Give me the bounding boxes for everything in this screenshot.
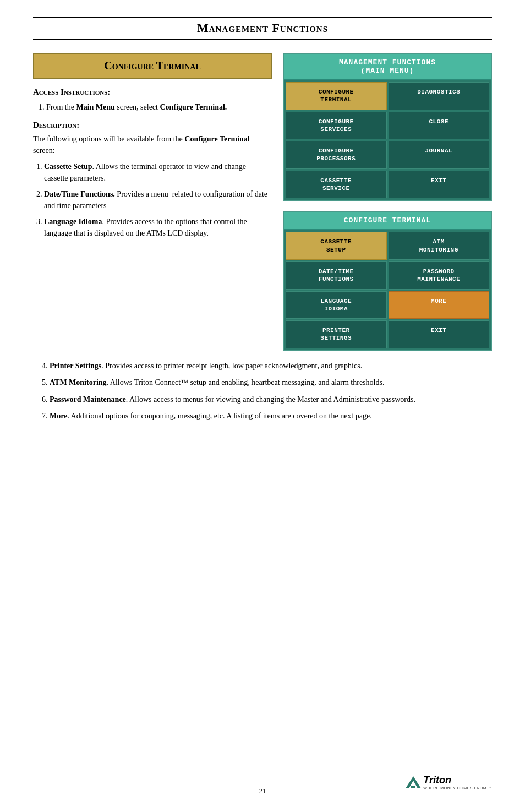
configure-terminal-btn[interactable]: CONFIGURETERMINAL — [286, 82, 387, 110]
password-maintenance-btn[interactable]: PASSWORDMAINTENANCE — [389, 261, 490, 290]
triton-logo: Triton WHERE MONEY COMES FROM.™ — [406, 775, 492, 790]
configure-terminal-buttons: CASSETTESETUP ATMMONITORING DATE/TIMEFUN… — [284, 230, 491, 350]
description-list: Cassette Setup. Allows the terminal oper… — [44, 161, 272, 239]
description-section: Description: The following options will … — [33, 121, 272, 239]
configure-terminal-box: Configure Terminal — [33, 53, 272, 79]
language-idioma-btn[interactable]: LANGUAGEIDIOMA — [286, 291, 387, 319]
configure-services-btn[interactable]: CONFIGURESERVICES — [286, 112, 387, 140]
full-list-item-6: Password Maintenance. Allows access to m… — [50, 394, 492, 406]
management-functions-buttons: CONFIGURETERMINAL DIAGNOSTICS CONFIGURES… — [284, 80, 491, 200]
management-functions-panel: MANAGEMENT FUNCTIONS(MAIN MENU) CONFIGUR… — [283, 53, 492, 201]
full-list-item-7: More. Additional options for couponing, … — [50, 410, 492, 422]
printer-settings-btn[interactable]: PRINTERSETTINGS — [286, 320, 387, 348]
datetime-functions-btn[interactable]: DATE/TIMEFUNCTIONS — [286, 261, 387, 290]
triton-logo-text: Triton — [423, 775, 492, 786]
journal-btn[interactable]: JOURNAL — [389, 141, 490, 169]
exit-btn-1[interactable]: EXIT — [389, 171, 490, 199]
full-list-item-5: ATM Monitoring. Allows Triton Connect™ s… — [50, 377, 492, 389]
page: Management Functions Configure Terminal … — [0, 0, 525, 812]
configure-terminal-heading: Configure Terminal — [43, 59, 262, 72]
page-title: Management Functions — [33, 21, 492, 35]
configure-processors-btn[interactable]: CONFIGUREPROCESSORS — [286, 141, 387, 169]
full-list: Printer Settings. Provides access to pri… — [50, 360, 492, 423]
list-item-3: Language Idioma. Provides access to the … — [44, 216, 272, 239]
left-column: Configure Terminal Access Instructions: … — [33, 53, 272, 246]
exit-btn-2[interactable]: EXIT — [389, 320, 490, 348]
triton-tagline: WHERE MONEY COMES FROM.™ — [423, 786, 492, 790]
page-title-area: Management Functions — [33, 17, 492, 40]
description-heading: Description: — [33, 121, 272, 130]
access-steps-list: From the Main Menu screen, select Config… — [46, 101, 272, 113]
access-instructions-heading: Access Instructions: — [33, 88, 272, 97]
svg-rect-1 — [411, 786, 415, 788]
close-btn[interactable]: CLOSE — [389, 112, 490, 140]
access-step-1: From the Main Menu screen, select Config… — [46, 101, 272, 113]
list-item-2: Date/Time Functions. Provides a menu rel… — [44, 188, 272, 211]
triton-logo-icon — [406, 776, 421, 788]
cassette-service-btn[interactable]: CASSETTESERVICE — [286, 171, 387, 199]
configure-terminal-panel-header: CONFIGURE TERMINAL — [284, 212, 491, 230]
more-btn[interactable]: MORE — [389, 291, 490, 319]
atm-monitoring-btn[interactable]: ATMMONITORING — [389, 232, 490, 260]
list-item-1: Cassette Setup. Allows the terminal oper… — [44, 161, 272, 184]
bottom-section: Printer Settings. Provides access to pri… — [33, 360, 492, 423]
page-footer: 21 Triton WHERE MONEY COMES FROM.™ — [0, 781, 525, 795]
cassette-setup-btn[interactable]: CASSETTESETUP — [286, 232, 387, 260]
full-list-item-4: Printer Settings. Provides access to pri… — [50, 360, 492, 372]
right-column: MANAGEMENT FUNCTIONS(MAIN MENU) CONFIGUR… — [283, 53, 492, 351]
diagnostics-btn[interactable]: DIAGNOSTICS — [389, 82, 490, 110]
description-intro: The following options will be available … — [33, 133, 272, 156]
configure-terminal-panel: CONFIGURE TERMINAL CASSETTESETUP ATMMONI… — [283, 211, 492, 351]
access-instructions: Access Instructions: From the Main Menu … — [33, 88, 272, 113]
management-functions-header: MANAGEMENT FUNCTIONS(MAIN MENU) — [284, 54, 491, 80]
main-content: Configure Terminal Access Instructions: … — [33, 53, 492, 351]
